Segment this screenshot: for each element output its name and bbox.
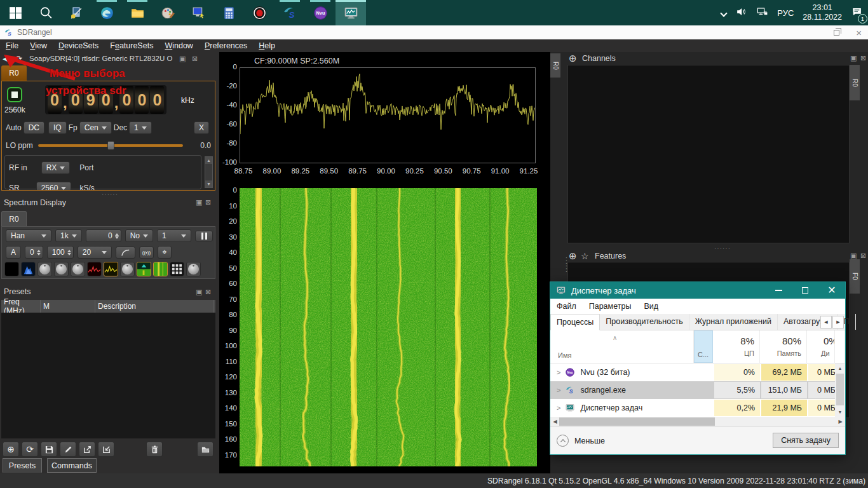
tm-scroll-right-icon[interactable]: ▶ — [836, 417, 845, 426]
tab-scroll-left-icon[interactable]: ◀ — [820, 316, 832, 329]
task-manager-titlebar[interactable]: Диспетчер задач ✕ — [550, 282, 845, 299]
pause-button[interactable] — [195, 231, 213, 241]
expand-icon[interactable]: > — [557, 369, 560, 376]
process-row[interactable]: >NvuNvu (32 бита)0%69,2 МБ0 МБ/с — [550, 363, 845, 381]
tm-menu-параметры[interactable]: Параметры — [583, 302, 638, 311]
scroll-down-icon[interactable]: ▼ — [205, 180, 212, 187]
device-back-icon[interactable]: ◀ — [3, 55, 8, 63]
presets-table-body[interactable] — [1, 313, 215, 438]
tab-commands[interactable]: Commands — [47, 458, 97, 473]
edge-browser[interactable] — [92, 0, 122, 25]
rx-select[interactable]: RX — [41, 161, 71, 174]
paint-app[interactable] — [153, 0, 183, 25]
tm-minimize-button[interactable] — [765, 282, 792, 299]
reload-presets-icon[interactable]: ⟳ — [22, 442, 38, 457]
tab-scroll-right-icon[interactable]: ▶ — [832, 316, 844, 329]
menu-help[interactable]: Help — [253, 41, 281, 50]
hardware-wizard[interactable] — [183, 0, 214, 25]
nvu-app[interactable]: Nvu — [305, 0, 336, 25]
volume-icon[interactable] — [735, 6, 747, 20]
tm-scroll-up-icon[interactable]: ▲ — [835, 363, 845, 373]
features-star-icon[interactable]: ☆ — [581, 251, 589, 261]
menu-file[interactable]: File — [0, 41, 24, 50]
knob-5[interactable] — [186, 262, 201, 276]
waterfall-plot[interactable] — [240, 188, 537, 466]
file-explorer[interactable] — [122, 0, 153, 25]
fft-size-select[interactable]: 1k — [55, 229, 82, 242]
close-button[interactable]: × — [856, 28, 862, 37]
network-icon[interactable] — [756, 6, 768, 20]
knob-3[interactable] — [71, 262, 85, 276]
sdrangel-app[interactable]: S — [275, 0, 305, 25]
knob-4[interactable] — [120, 262, 135, 276]
device-reload-icon[interactable]: ⟳ — [15, 54, 22, 64]
tab-presets[interactable]: Presets — [3, 458, 42, 473]
decay-select[interactable]: 20 — [78, 246, 112, 259]
edit-preset-icon[interactable] — [60, 442, 76, 457]
expand-icon[interactable]: > — [557, 404, 560, 412]
dc-button[interactable]: DC — [24, 121, 44, 134]
decimation-select[interactable]: 1 — [129, 121, 152, 134]
save-preset-icon[interactable] — [41, 442, 57, 457]
menu-featuresets[interactable]: FeatureSets — [104, 41, 159, 50]
tm-close-button[interactable]: ✕ — [818, 282, 845, 299]
splitter-handle[interactable]: ······ — [102, 191, 118, 198]
features-tab-f0[interactable]: F0 — [850, 259, 860, 294]
notification-icon[interactable]: 1 — [851, 6, 863, 20]
tm-menu-файл[interactable]: Файл — [550, 302, 583, 311]
expand-icon[interactable]: > — [557, 386, 560, 394]
channels-area[interactable] — [567, 65, 850, 243]
search-button[interactable] — [31, 0, 61, 25]
menu-preferences[interactable]: Preferences — [199, 41, 253, 50]
spectrum-tab-r0[interactable]: R0 — [1, 211, 27, 226]
add-channel-icon[interactable]: ⊕ — [569, 53, 577, 64]
knob-1[interactable] — [37, 262, 52, 276]
dial-digit[interactable]: 901 — [135, 86, 149, 114]
tm-hscroll-thumb[interactable] — [559, 417, 715, 426]
offset-spinner[interactable]: 0 — [86, 229, 121, 242]
averaging-value-select[interactable]: 1 — [157, 229, 191, 242]
end-task-button[interactable]: Снять задачу — [773, 433, 839, 448]
tm-maximize-button[interactable] — [792, 282, 818, 299]
restore-button[interactable] — [834, 27, 839, 38]
tm-vertical-scrollbar[interactable]: ▲ ▼ — [835, 363, 845, 417]
channels-close-icon[interactable]: ⊠ — [860, 54, 866, 62]
tm-vscroll-thumb[interactable] — [836, 374, 844, 405]
column-cpu[interactable]: 8% ЦП — [713, 330, 760, 363]
start-button[interactable] — [0, 0, 31, 25]
device-tab-r0[interactable]: R0 — [1, 65, 27, 81]
style-red-spectrum[interactable] — [87, 262, 102, 276]
range-spinner[interactable]: 100 — [47, 246, 74, 259]
style-black[interactable] — [4, 262, 19, 276]
knob-2[interactable] — [54, 262, 69, 276]
grid-toggle[interactable] — [170, 262, 184, 276]
spectrum-undock-icon[interactable]: ▣ — [196, 198, 202, 207]
averaging-mode-select[interactable]: No — [125, 229, 153, 242]
curve-icon[interactable] — [116, 247, 135, 259]
tray-expand-icon[interactable] — [721, 7, 726, 18]
column-status[interactable]: С... — [694, 330, 713, 363]
presets-undock-icon[interactable]: ▣ — [196, 288, 202, 296]
menu-window[interactable]: Window — [159, 41, 198, 50]
fewer-details-label[interactable]: Меньше — [574, 437, 605, 445]
iq-button[interactable]: IQ — [48, 121, 67, 134]
column-disk[interactable]: 0% Ди — [807, 330, 835, 363]
crosshair-icon[interactable]: ⌖ — [158, 246, 171, 259]
spectrum-plot[interactable] — [240, 67, 536, 163]
channels-right-tab-r0[interactable]: R0 — [850, 65, 860, 100]
process-row[interactable]: >Диспетчер задач0,2%21,9 МБ0 МБ/с — [550, 399, 845, 417]
task-manager-app[interactable] — [336, 0, 366, 25]
menu-devicesets[interactable]: DeviceSets — [53, 41, 104, 50]
export-preset-icon[interactable] — [79, 442, 95, 457]
lo-ppm-slider[interactable] — [38, 144, 183, 147]
ref-level-spinner[interactable]: 0 — [25, 246, 43, 259]
channels-undock-icon[interactable]: ▣ — [850, 54, 857, 62]
dial-digit[interactable]: 901 — [150, 86, 164, 114]
device-scrollbar[interactable]: ▲ ▼ — [205, 156, 213, 188]
process-row[interactable]: >Ssdrangel.exe5,5%151,0 МБ0 МБ/с — [550, 381, 845, 399]
channels-left-tab-r0[interactable]: R0 — [550, 53, 560, 78]
a-button[interactable]: A — [6, 246, 21, 259]
presets-col-2[interactable]: Description — [95, 300, 214, 313]
device-close-icon[interactable]: ⊠ — [192, 55, 198, 63]
column-memory[interactable]: 80% Память — [760, 330, 807, 363]
